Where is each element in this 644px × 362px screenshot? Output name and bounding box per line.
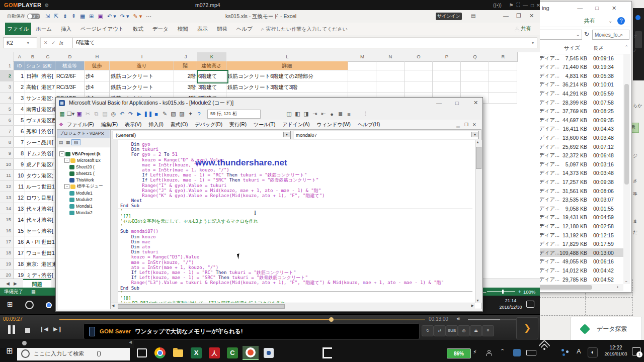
code-line-28[interactable]: End Sub [120, 286, 139, 291]
subtitle-button[interactable]: SUB [446, 325, 458, 336]
tree-item-Mondai1[interactable]: Mondai1 [69, 203, 93, 209]
file-row-14[interactable]: ディア...17,257 KB00:09:38 [537, 177, 623, 186]
ime-mode[interactable]: A [577, 347, 581, 355]
code-line-20[interactable]: Dim ato [120, 244, 150, 249]
cell-C10[interactable]: 港区/ [40, 159, 55, 170]
qat-insert-icon[interactable]: ⇲ [45, 13, 50, 20]
explorer-tab-share[interactable]: 共有 [584, 17, 595, 25]
comment-block-icon[interactable]: ◫ [285, 111, 293, 117]
tree-item-VBAProject-k[interactable]: −VBAProject (k [59, 151, 101, 157]
cell-N2[interactable] [376, 70, 405, 81]
cell-C16[interactable]: 渋谷[ [40, 225, 55, 236]
cell-N3[interactable] [376, 81, 405, 93]
tab-2[interactable]: ページレイアウト [76, 26, 128, 33]
insert-object-icon[interactable]: ❏▾ [66, 111, 75, 117]
explorer-titlebar[interactable]: ing — □ ✕ [536, 2, 630, 15]
view-code-icon[interactable]: ▤ [57, 140, 64, 145]
cell-O2[interactable] [405, 70, 433, 81]
cancel-icon[interactable]: ✕ [44, 40, 48, 45]
tree-item-ThisWork[interactable]: ThisWork [69, 177, 94, 183]
menu-2[interactable]: 表示(V) [121, 121, 145, 128]
file-row-19[interactable]: ディア...12,180 KB00:02:58 [537, 222, 623, 230]
code-line-9[interactable]: Range("J" & gyo).Value = Mid(kouzo, mae … [120, 188, 321, 193]
file-row-9[interactable]: ディア...13,600 KB00:03:48 [537, 133, 623, 142]
header-cell-C[interactable]: 区町 [40, 61, 55, 70]
search-icon[interactable]: ⌕ [620, 32, 623, 38]
column-header-length[interactable]: 長さ [593, 45, 604, 52]
row-number-15[interactable]: 15 [0, 214, 14, 225]
column-header-H[interactable]: H [85, 52, 110, 62]
cell-M3[interactable] [348, 81, 376, 93]
expander-icon[interactable]: − [59, 151, 64, 156]
snapshot-button[interactable]: ◎ [458, 325, 470, 336]
row-number-10[interactable]: 10 [0, 159, 14, 170]
select-all-corner[interactable] [0, 52, 14, 62]
cell-A6[interactable]: 5 [14, 115, 25, 126]
menu-4[interactable]: 書式(O) [167, 121, 191, 128]
header-cell-M[interactable] [348, 61, 376, 70]
sheet-tab[interactable]: 問題 [23, 279, 51, 288]
zoom-in-icon[interactable]: + [518, 289, 521, 295]
pause-icon[interactable]: ❚❚ [143, 111, 152, 117]
header-cell-D[interactable]: 構造等 [55, 61, 85, 70]
file-row-1[interactable]: ディア...71,440 KB00:19:34 [537, 63, 623, 71]
qat-more-icon[interactable]: ⋯ [146, 13, 151, 20]
control-panel-button[interactable]: ⇄ [434, 325, 446, 336]
rotate-360-button[interactable]: ↻ [422, 325, 434, 336]
list-properties-icon[interactable]: ≣ [336, 111, 345, 117]
code-hscrollbar[interactable]: ◀ ▶ [111, 303, 475, 309]
gom-player-icon[interactable] [243, 346, 259, 360]
find-icon[interactable]: ◎ [109, 111, 118, 117]
tab-1[interactable]: 挿入 [56, 26, 76, 33]
autosave-toggle[interactable]: オフ [27, 14, 40, 19]
header-cell-O[interactable] [405, 61, 433, 70]
cell-C15[interactable]: 渋谷[ [40, 214, 55, 225]
menu-1[interactable]: 編集(E) [98, 121, 121, 128]
paste-icon[interactable]: ▤ [101, 111, 109, 117]
code-line-30[interactable]: '[8] [120, 296, 131, 301]
cell-B10[interactable]: 虎ノ門 [25, 159, 40, 170]
cell-C19[interactable]: 港区東 [40, 258, 55, 269]
enter-icon[interactable]: ✓ [52, 40, 56, 45]
cell-A15[interactable]: 14 [14, 214, 25, 225]
cell-B5[interactable]: 南青山 [25, 104, 40, 115]
scroll-down-icon[interactable]: ▼ [476, 299, 479, 302]
start-icon[interactable]: ⊞ [7, 301, 14, 308]
cell-B4[interactable]: サンニ [25, 93, 40, 104]
scroll-up-icon[interactable]: ▲ [476, 140, 479, 144]
cell-C12[interactable]: 世田1 [40, 181, 55, 192]
accessibility-icon[interactable]: ▦ [31, 289, 36, 294]
code-line-11[interactable]: Next [120, 198, 142, 203]
refresh-icon[interactable]: ↻ [584, 31, 589, 38]
code-line-24[interactable]: ato = InStr(mae + 1, kouzo, "/") [120, 265, 218, 270]
zoom-percent[interactable]: 100% [523, 289, 535, 295]
cell-B2[interactable]: 日神/ [25, 70, 40, 81]
quick-info-icon[interactable]: ≡ [345, 111, 353, 117]
header-cell-K[interactable]: 建物高さ [197, 61, 226, 70]
pause-button[interactable] [8, 325, 16, 334]
cell-B13[interactable]: ロワゾ [25, 192, 40, 203]
cell-R4[interactable] [489, 93, 517, 104]
code-line-2[interactable]: For gyo = 2 To 51 [120, 152, 178, 157]
column-header-O[interactable]: O [405, 52, 433, 62]
file-row-15[interactable]: ディア...31,561 KB00:08:06 [537, 187, 623, 195]
scrollbar-thumb[interactable] [476, 147, 481, 169]
redo-icon[interactable]: ↷ [126, 111, 135, 117]
code-line-21[interactable]: Dim tukuri [120, 249, 158, 254]
menu-9[interactable]: ウィンドウ(W) [313, 121, 354, 128]
battery-charge-badge[interactable]: 86% [447, 348, 471, 358]
acrobat-icon[interactable]: 人 [207, 346, 221, 360]
cell-B11[interactable]: タウン [25, 170, 40, 181]
code-line-23[interactable]: mae = InStr(kouzo, "/") [120, 260, 194, 265]
chevron-down-icon[interactable]: ▾ [532, 41, 534, 45]
action-center-icon[interactable]: 1 [632, 347, 641, 355]
gear-icon[interactable]: ⚙ [44, 3, 49, 8]
open-app-icon[interactable] [320, 346, 334, 360]
excel-icon[interactable]: X [189, 346, 203, 360]
cell-Q3[interactable] [461, 81, 489, 93]
mic-icon[interactable] [97, 351, 101, 356]
toggle-bookmark-icon[interactable]: ◨ [302, 111, 310, 117]
header-cell-R[interactable] [489, 61, 517, 70]
tellme-search[interactable]: 実行したい作業を入力してください [266, 26, 348, 33]
undo-icon[interactable]: ↶ ▾ [107, 13, 116, 20]
